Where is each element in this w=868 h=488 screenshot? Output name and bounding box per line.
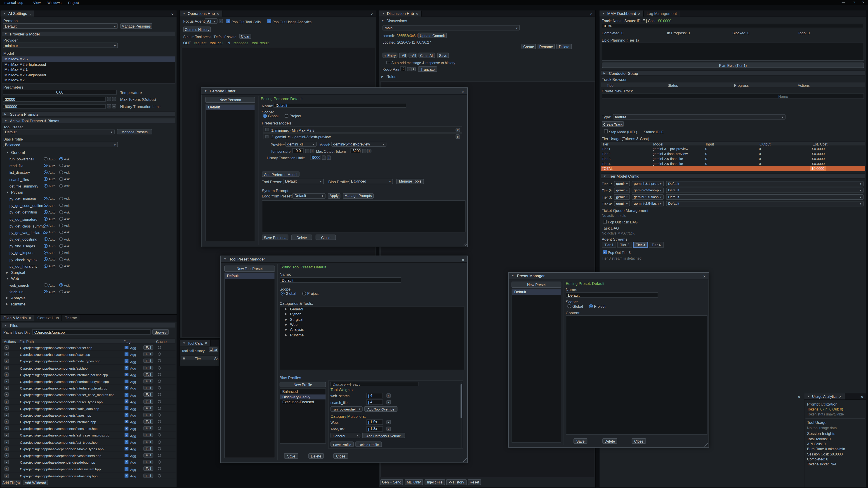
rename-discussion-button[interactable]: Rename: [537, 43, 555, 49]
section-files[interactable]: Files: [2, 323, 176, 328]
close-button[interactable]: Close: [631, 438, 646, 444]
full-button[interactable]: Full: [143, 392, 153, 397]
close-tab-icon[interactable]: [29, 316, 31, 320]
tool-preset-dropdown[interactable]: Default: [3, 129, 115, 134]
bias-profile-dropdown[interactable]: Balanced: [3, 142, 118, 147]
tool-mode-option-auto[interactable]: Auto: [43, 217, 55, 221]
remove-file-button[interactable]: x: [4, 419, 9, 424]
minimize-icon[interactable]: —: [842, 0, 845, 4]
discussion-dropdown[interactable]: main: [382, 25, 520, 30]
pop-out-tier-checkbox[interactable]: [603, 250, 607, 254]
model-option[interactable]: MiniMax-M2: [2, 77, 175, 83]
category-item[interactable]: Surgical: [280, 317, 464, 322]
add-files-button[interactable]: Add File(s): [2, 480, 20, 485]
full-button[interactable]: Full: [143, 419, 153, 424]
tool-mode-option-ask[interactable]: Ask: [59, 224, 70, 228]
save-persona-button[interactable]: Save Persona: [262, 234, 288, 240]
category-item[interactable]: Web: [280, 322, 464, 327]
tool-mode-option-auto[interactable]: Auto: [43, 244, 55, 248]
agg-checkbox[interactable]: [125, 413, 128, 417]
remove-file-button[interactable]: x: [4, 460, 9, 464]
remove-file-button[interactable]: x: [4, 392, 9, 397]
to-history-button[interactable]: -> History: [446, 479, 467, 485]
tool-mode-option-ask[interactable]: Ask: [59, 217, 70, 221]
tier-preset-dropdown[interactable]: Default: [666, 187, 864, 193]
stream-tab-tier-4[interactable]: Tier 4: [649, 242, 664, 248]
menu-windows[interactable]: Windows: [47, 0, 61, 4]
tier-provider-dropdown[interactable]: gemini: [614, 181, 630, 186]
full-button[interactable]: Full: [143, 406, 153, 411]
close-dialog-icon[interactable]: [703, 274, 706, 278]
add-category-override-button[interactable]: Add Category Override: [362, 433, 405, 438]
step-mode-checkbox[interactable]: [604, 129, 608, 133]
category-item[interactable]: Analysis: [280, 327, 464, 332]
tier-model-dropdown[interactable]: gemini-3.1-pro-preview: [631, 181, 664, 186]
tier-provider-dropdown[interactable]: gemini: [614, 194, 630, 199]
menu-view[interactable]: View: [33, 0, 41, 4]
tab-ai-settings[interactable]: AI Settings: [0, 11, 34, 17]
cache-indicator[interactable]: [158, 366, 161, 369]
manage-presets-button[interactable]: Manage Presets: [117, 129, 152, 134]
scope-option-project[interactable]: Project: [302, 292, 318, 295]
close-panel-icon[interactable]: [861, 395, 864, 399]
persona-item[interactable]: Default: [206, 105, 255, 110]
preset-content-textarea[interactable]: [566, 315, 708, 435]
tier-preset-dropdown[interactable]: Default: [666, 181, 864, 186]
tool-mode-option-ask[interactable]: Ask: [59, 244, 70, 248]
tool-group-python[interactable]: Python: [2, 189, 176, 195]
full-button[interactable]: Full: [143, 352, 153, 357]
drag-handle[interactable]: [265, 135, 269, 138]
resize-grip[interactable]: [463, 458, 467, 462]
tool-mode-option-ask[interactable]: Ask: [59, 290, 70, 294]
scrollbar[interactable]: [461, 382, 462, 448]
focus-agent-dropdown[interactable]: All: [205, 18, 217, 24]
preset-item[interactable]: Default: [512, 289, 561, 295]
drag-handle[interactable]: [265, 128, 269, 131]
manage-personas-button[interactable]: Manage Personas: [120, 23, 152, 29]
scope-option-project[interactable]: Project: [285, 114, 301, 118]
cache-indicator[interactable]: [158, 373, 161, 376]
tool-group-general[interactable]: General: [2, 149, 176, 156]
weight-value[interactable]: 4: [366, 399, 383, 404]
scope-option-global[interactable]: Global: [281, 292, 296, 295]
increment-button[interactable]: [367, 149, 372, 153]
section-active-tools[interactable]: Active Tool Presets & Biases: [2, 118, 176, 123]
cache-indicator[interactable]: [158, 380, 161, 383]
bias-profile-item[interactable]: Execution-Focused: [280, 399, 326, 404]
remove-file-button[interactable]: x: [4, 399, 9, 404]
persona-tool-preset-dropdown[interactable]: Default: [283, 178, 324, 184]
pm-provider-dropdown[interactable]: gemini_cli: [285, 141, 317, 147]
remove-file-button[interactable]: x: [4, 386, 9, 390]
tool-mode-option-auto[interactable]: Auto: [43, 157, 55, 161]
base-dir-input[interactable]: C:/projects/gencpp: [32, 329, 151, 335]
history-limit-input[interactable]: 900000: [3, 104, 106, 109]
tool-mode-option-auto[interactable]: Auto: [43, 164, 55, 167]
tool-mode-option-auto[interactable]: Auto: [43, 197, 55, 200]
tool-mode-option-auto[interactable]: Auto: [43, 203, 55, 207]
persona-editor-titlebar[interactable]: Persona Editor: [202, 88, 467, 94]
tool-preset-name-input[interactable]: Default: [280, 277, 401, 283]
close-dialog-icon[interactable]: [462, 90, 464, 94]
remove-weight-button[interactable]: x: [386, 400, 391, 404]
model-option[interactable]: MiniMax-M2.1: [2, 67, 175, 72]
roles-header[interactable]: Roles: [381, 75, 396, 78]
remove-file-button[interactable]: x: [4, 365, 9, 370]
persona-bias-profile-dropdown[interactable]: Balanced: [349, 178, 393, 184]
full-button[interactable]: Full: [143, 386, 153, 390]
cache-indicator[interactable]: [158, 420, 161, 423]
tool-group-analysis[interactable]: Analysis: [2, 295, 176, 301]
tool-mode-option-ask[interactable]: Ask: [59, 177, 70, 181]
cache-indicator[interactable]: [158, 386, 161, 390]
close-panel-icon[interactable]: [171, 12, 174, 16]
remove-multiplier-button[interactable]: x: [386, 426, 391, 431]
agg-checkbox[interactable]: [125, 373, 128, 377]
discussions-header[interactable]: Discussions: [381, 19, 407, 23]
increment-button[interactable]: [310, 149, 314, 153]
resize-grip[interactable]: [463, 242, 467, 246]
agg-checkbox[interactable]: [125, 352, 128, 356]
clear-tool-calls-button[interactable]: Clear: [209, 348, 218, 352]
tab-discussion-hub[interactable]: Discussion Hub: [379, 11, 422, 17]
save-button[interactable]: Save: [284, 453, 298, 459]
tier-provider-dropdown[interactable]: gemini: [614, 187, 630, 193]
close-panel-icon[interactable]: [590, 12, 592, 16]
